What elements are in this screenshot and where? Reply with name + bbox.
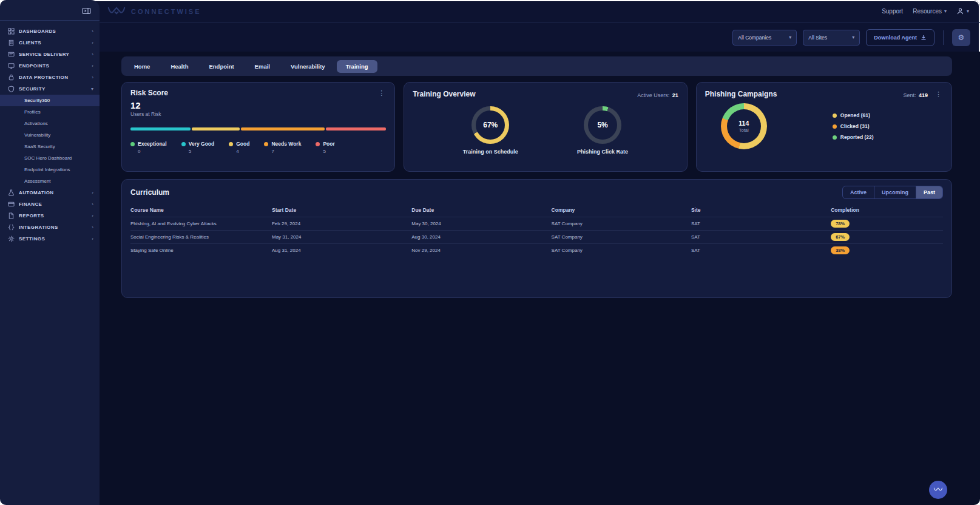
chevron-right-icon: › bbox=[92, 213, 93, 219]
legend-dot-icon bbox=[181, 142, 186, 146]
phishing-click-rate-donut: 5% Phishing Click Rate bbox=[577, 106, 628, 155]
column-header-due-date: Due Date bbox=[411, 204, 551, 217]
sidebar-item-label: DATA PROTECTION bbox=[19, 75, 87, 80]
legend-label: Very Good bbox=[189, 141, 215, 147]
risk-bar bbox=[130, 127, 386, 130]
legend-dot-icon bbox=[229, 142, 233, 146]
data-protection-icon bbox=[8, 74, 15, 81]
donut-percent: 5% bbox=[597, 121, 607, 129]
chevron-right-icon: › bbox=[92, 225, 93, 230]
curriculum-card: Curriculum ActiveUpcomingPast Course Nam… bbox=[121, 179, 952, 298]
table-row[interactable]: Staying Safe OnlineAug 31, 2024Nov 29, 2… bbox=[130, 243, 943, 257]
sidebar-item-dashboards[interactable]: DASHBOARDS› bbox=[0, 25, 100, 37]
filter-bar: All Companies▾ All Sites▾ Download Agent… bbox=[100, 23, 980, 52]
legend-value: 5 bbox=[189, 149, 215, 154]
active-users-value: 21 bbox=[672, 92, 678, 98]
filter-button-past[interactable]: Past bbox=[916, 186, 942, 198]
sidebar-subitem-security360[interactable]: Security360 bbox=[0, 95, 100, 106]
content-area: HomeHealthEndpointEmailVulnerabilityTrai… bbox=[100, 52, 980, 505]
service-delivery-icon bbox=[8, 51, 15, 58]
sidebar-subitem-profiles[interactable]: Profiles bbox=[0, 106, 100, 118]
chevron-down-icon: ▾ bbox=[789, 35, 791, 40]
reports-icon bbox=[8, 212, 15, 219]
sent-value: 419 bbox=[919, 92, 928, 98]
legend-label: Good bbox=[236, 141, 249, 147]
chevron-down-icon: ▾ bbox=[944, 8, 947, 14]
phishing-total-label: Total bbox=[738, 127, 749, 133]
sidebar-item-settings[interactable]: SETTINGS› bbox=[0, 233, 100, 245]
completion-badge: 67% bbox=[831, 233, 850, 241]
sidebar-item-security[interactable]: SECURITY▾ bbox=[0, 83, 100, 95]
phishing-campaigns-card: Phishing Campaigns Sent: 419 ⋮ 114 bbox=[696, 82, 952, 172]
sidebar-item-automation[interactable]: AUTOMATION› bbox=[0, 187, 100, 198]
sites-dropdown[interactable]: All Sites▾ bbox=[803, 30, 860, 46]
filter-button-upcoming[interactable]: Upcoming bbox=[874, 186, 916, 198]
chevron-right-icon: › bbox=[92, 29, 93, 34]
phishing-donut-ring: 114 Total bbox=[721, 103, 767, 149]
sidebar-item-endpoints[interactable]: ENDPOINTS› bbox=[0, 60, 100, 72]
sidebar-subitem-soc-hero-dashboard[interactable]: SOC Hero Dashboard bbox=[0, 152, 100, 164]
tab-vulnerability[interactable]: Vulnerability bbox=[282, 60, 334, 73]
sidebar-item-label: ENDPOINTS bbox=[19, 63, 87, 69]
sidebar-item-reports[interactable]: REPORTS› bbox=[0, 210, 100, 222]
legend-dot-icon bbox=[130, 142, 135, 146]
cell-company: SAT Company bbox=[552, 234, 691, 240]
tab-endpoint[interactable]: Endpoint bbox=[200, 60, 243, 73]
cell-site: SAT bbox=[691, 248, 831, 253]
kebab-menu-icon[interactable]: ⋮ bbox=[934, 91, 943, 98]
tab-health[interactable]: Health bbox=[161, 60, 197, 73]
download-agent-button[interactable]: Download Agent bbox=[866, 29, 934, 46]
training-overview-card: Training Overview Active Users: 21 67% T… bbox=[404, 82, 688, 172]
sidebar-subitem-endpoint-integrations[interactable]: Endpoint Integrations bbox=[0, 164, 100, 175]
sidebar-subitem-saas-security[interactable]: SaaS Security bbox=[0, 141, 100, 152]
legend-label: Needs Work bbox=[271, 141, 301, 147]
cell-due: Aug 30, 2024 bbox=[411, 234, 551, 240]
endpoints-icon bbox=[8, 63, 15, 69]
gear-icon: ⚙ bbox=[958, 33, 965, 42]
table-row[interactable]: Phishing, AI and Evolving Cyber AttacksF… bbox=[130, 217, 943, 230]
connectwise-logo-icon bbox=[107, 6, 126, 16]
automation-icon bbox=[8, 189, 15, 196]
chevron-down-icon: ▾ bbox=[91, 86, 93, 92]
table-row[interactable]: Social Engineering Risks & RealitiesMay … bbox=[130, 230, 943, 243]
tab-training[interactable]: Training bbox=[337, 60, 377, 73]
companies-dropdown[interactable]: All Companies▾ bbox=[732, 30, 797, 46]
sidebar-item-clients[interactable]: CLIENTS› bbox=[0, 37, 100, 49]
main-column: CONNECTWISE Support Resources▾ ▾ All Com… bbox=[100, 0, 980, 505]
phishing-legend: Opened (61)Clicked (31)Reported (22) bbox=[833, 112, 874, 140]
sidebar-subitem-vulnerability[interactable]: Vulnerability bbox=[0, 129, 100, 141]
filter-button-active[interactable]: Active bbox=[843, 186, 874, 198]
column-header-completion: Completion bbox=[831, 204, 943, 217]
tab-email[interactable]: Email bbox=[246, 60, 279, 73]
sidebar-item-data-protection[interactable]: DATA PROTECTION› bbox=[0, 72, 100, 83]
support-link[interactable]: Support bbox=[882, 8, 903, 15]
sidebar-item-finance[interactable]: FINANCE› bbox=[0, 198, 100, 210]
legend-value: 5 bbox=[323, 149, 334, 154]
user-icon bbox=[956, 7, 964, 15]
collapse-sidebar-icon[interactable] bbox=[82, 7, 91, 15]
completion-badge: 38% bbox=[831, 246, 850, 254]
settings-icon bbox=[8, 236, 15, 242]
sidebar-subitem-activations[interactable]: Activations bbox=[0, 118, 100, 129]
donut-label: Phishing Click Rate bbox=[577, 149, 628, 155]
settings-button[interactable]: ⚙ bbox=[952, 29, 970, 46]
user-menu[interactable]: ▾ bbox=[956, 7, 969, 15]
cell-due: Nov 29, 2024 bbox=[411, 248, 551, 253]
cell-course: Social Engineering Risks & Realities bbox=[130, 234, 272, 240]
chat-fab-button[interactable] bbox=[929, 481, 947, 499]
sidebar-item-service-delivery[interactable]: SERVICE DELIVERY› bbox=[0, 49, 100, 60]
sidebar-nav: DASHBOARDS›CLIENTS›SERVICE DELIVERY›ENDP… bbox=[0, 25, 100, 245]
sidebar-subitem-assessment[interactable]: Assessment bbox=[0, 175, 100, 187]
resources-menu[interactable]: Resources▾ bbox=[913, 8, 947, 15]
risk-legend-item-very-good: Very Good5 bbox=[181, 141, 215, 154]
legend-dot-icon bbox=[833, 114, 837, 118]
sidebar-item-integrations[interactable]: INTEGRATIONS› bbox=[0, 222, 100, 233]
phishing-total-value: 114 bbox=[738, 120, 749, 127]
sidebar-item-label: DASHBOARDS bbox=[19, 29, 87, 34]
sidebar-item-label: REPORTS bbox=[19, 213, 87, 219]
sidebar-item-label: SECURITY bbox=[19, 86, 87, 92]
sidebar-item-label: SERVICE DELIVERY bbox=[19, 52, 87, 57]
kebab-menu-icon[interactable]: ⋮ bbox=[377, 90, 386, 97]
risk-bar-segment-good bbox=[192, 127, 240, 130]
tab-home[interactable]: Home bbox=[125, 60, 159, 73]
